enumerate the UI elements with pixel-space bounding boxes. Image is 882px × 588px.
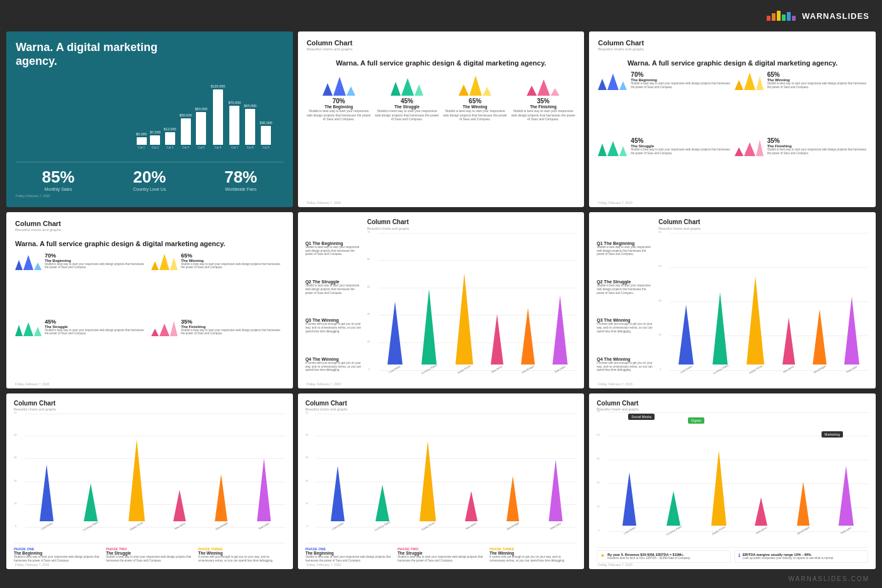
logo-icon	[767, 11, 796, 21]
slide-3-date: Friday, February 7, 2020	[598, 201, 632, 205]
stat-fans: 78%	[198, 167, 284, 187]
slide-3-subtitle: Beautiful charts and graphs	[598, 47, 867, 51]
bottom-bar: WARNASLIDES.COM	[0, 569, 882, 588]
slide-2-title: Column Chart	[307, 39, 576, 47]
slide-2-subtitle: Beautiful charts and graphs	[307, 47, 576, 51]
stat-country-label: Country Love Us	[107, 187, 192, 191]
slide-4: Column Chart Beautiful charts and graphs…	[6, 212, 293, 388]
annotation-marketing: Marketing	[822, 431, 843, 438]
slide-5-date: Friday, February 7, 2020	[307, 382, 341, 386]
slide-3: Column Chart Beautiful charts and graphs…	[589, 31, 876, 207]
stat-monthly-label: Monthly Sales	[16, 187, 101, 191]
stat-country: 20%	[107, 167, 192, 187]
slide-8-date: Friday, February 7, 2020	[307, 563, 341, 567]
annotation-digital: Digital	[688, 417, 704, 424]
slide-6: Q1 The Beginning Stubbit is best way to …	[589, 212, 876, 388]
website: WARNASLIDES.COM	[788, 575, 869, 582]
info-box-2-desc: Look up public companies your industry o…	[743, 557, 834, 560]
slides-grid: Warna. A digital marketing agency. $5,00…	[6, 31, 876, 569]
slide-2-date: Friday, February 7, 2020	[307, 201, 341, 205]
slide-5: Q1 The Beginning Stubbit is best way to …	[298, 212, 585, 388]
slide-3-heading: Warna. A full service graphic design & d…	[598, 59, 867, 67]
slide-2: Column Chart Beautiful charts and graphs…	[298, 31, 585, 207]
slide-4-heading: Warna. A full service graphic design & d…	[15, 239, 284, 248]
slide-1-date: Friday, February 7, 2020	[16, 194, 284, 198]
slide-4-subtitle: Beautiful charts and graphs	[15, 228, 284, 232]
stat-monthly-sales: 85%	[16, 167, 101, 187]
top-bar: WARNASLIDES	[754, 0, 882, 31]
slide-7-date: Friday, February 7, 2020	[15, 563, 49, 567]
slide-8: Column Chart Beautiful charts and graphs…	[298, 393, 585, 569]
slide-9-date: Friday, February 7, 2020	[598, 563, 632, 567]
slide-9: Column Chart Beautiful charts and graphs…	[589, 393, 876, 569]
annotation-social-media: Social Media	[628, 414, 655, 420]
slide-4-date: Friday, February 7, 2020	[15, 382, 49, 386]
slide-6-date: Friday, February 7, 2020	[598, 382, 632, 386]
slide-2-heading: Warna. A full service graphic design & d…	[307, 59, 576, 67]
slide-4-title: Column Chart	[15, 220, 284, 227]
slide-1: Warna. A digital marketing agency. $5,00…	[6, 31, 293, 207]
info-box-1-desc: Investors look for tech at 10x+ EBITDA −…	[607, 557, 690, 560]
stat-fans-label: Worldwide Fans	[198, 187, 284, 191]
slide-7: Column Chart Beautiful charts and graphs…	[6, 393, 293, 569]
slide-3-title: Column Chart	[598, 39, 867, 47]
brand-name: WARNASLIDES	[802, 11, 869, 21]
